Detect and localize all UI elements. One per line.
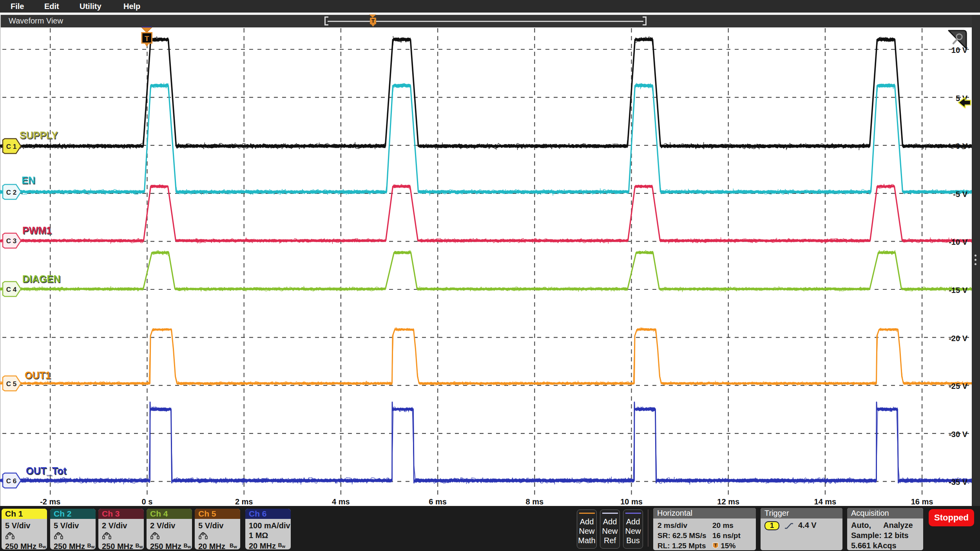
svg-text:-20 V: -20 V xyxy=(949,334,967,343)
svg-text:T: T xyxy=(145,34,149,43)
svg-text:C 6: C 6 xyxy=(6,477,16,485)
svg-text:EN: EN xyxy=(22,175,35,186)
svg-text:DIAGEN: DIAGEN xyxy=(22,273,60,284)
svg-text:12 ms: 12 ms xyxy=(717,497,739,506)
svg-text:-2 ms: -2 ms xyxy=(40,497,60,506)
svg-text:SUPPLY: SUPPLY xyxy=(20,130,58,141)
svg-text:T: T xyxy=(714,543,717,547)
svg-text:OUT1: OUT1 xyxy=(25,370,51,381)
svg-text:OUT_Tot: OUT_Tot xyxy=(26,465,67,476)
svg-text:0 s: 0 s xyxy=(142,497,153,506)
svg-text:6 ms: 6 ms xyxy=(429,497,447,506)
svg-text:14 ms: 14 ms xyxy=(814,497,837,506)
svg-text:-10 V: -10 V xyxy=(949,238,967,246)
svg-text:C 3: C 3 xyxy=(6,237,16,245)
svg-text:0 V: 0 V xyxy=(956,142,968,150)
svg-text:-35 V: -35 V xyxy=(949,478,967,486)
svg-text:10 ms: 10 ms xyxy=(620,497,643,506)
svg-text:8 ms: 8 ms xyxy=(526,497,544,506)
svg-text:-5 V: -5 V xyxy=(953,190,967,199)
svg-text:2 ms: 2 ms xyxy=(235,497,253,506)
svg-text:-30 V: -30 V xyxy=(949,430,967,439)
svg-text:C 2: C 2 xyxy=(6,189,16,196)
svg-text:C 4: C 4 xyxy=(6,286,17,293)
svg-text:C 5: C 5 xyxy=(6,380,16,388)
svg-text:PWM1: PWM1 xyxy=(22,225,52,236)
svg-text:-15 V: -15 V xyxy=(949,286,967,294)
svg-text:-25 V: -25 V xyxy=(949,382,967,390)
svg-text:4 ms: 4 ms xyxy=(332,497,350,506)
svg-text:16 ms: 16 ms xyxy=(911,497,933,506)
svg-text:C 1: C 1 xyxy=(6,143,16,150)
